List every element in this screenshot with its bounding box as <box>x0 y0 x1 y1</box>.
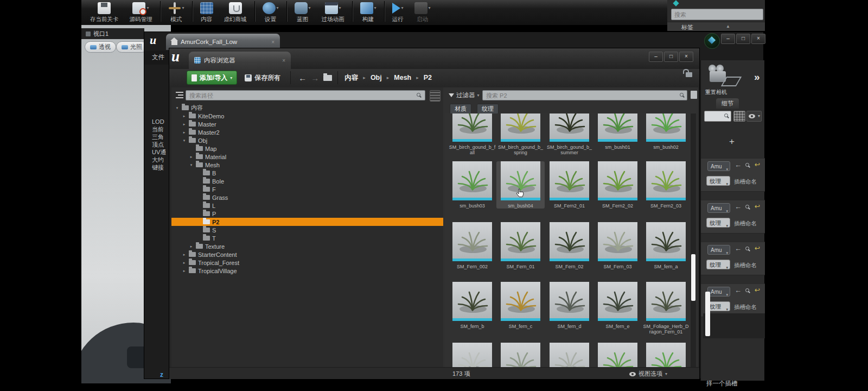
expander-icon[interactable]: ▸ <box>182 122 187 127</box>
tree-item-master[interactable]: ▸Master <box>171 120 443 128</box>
details-search-input[interactable] <box>704 111 731 122</box>
material-select[interactable]: Amu▾ <box>707 203 730 213</box>
material-select[interactable]: Amu▾ <box>707 287 730 297</box>
browse-icon[interactable] <box>745 163 750 167</box>
expander-icon[interactable]: ▸ <box>182 114 187 118</box>
filter-chip-纹理[interactable]: 纹理 <box>477 104 499 114</box>
slot-type-select[interactable]: 纹理▾ <box>706 260 730 269</box>
asset-SM_fern_b[interactable]: SM_fern_b <box>448 282 496 329</box>
material-select[interactable]: Amu▾ <box>707 161 730 171</box>
asset-SM_birch_gound_b_summer[interactable]: SM_birch_gound_b_summer <box>545 113 593 155</box>
assign-arrow-icon[interactable]: ← <box>735 244 742 253</box>
toolbar-item-settings[interactable]: ▾设置 <box>257 0 284 23</box>
add-slot-button[interactable]: + <box>729 136 735 147</box>
expander-icon[interactable]: ▾ <box>189 163 194 167</box>
tree-item-map[interactable]: Map <box>171 144 443 153</box>
reset-camera-button[interactable] <box>707 64 741 87</box>
toolbar-item-content[interactable]: 内容 <box>195 0 219 23</box>
asset-sm_bush02[interactable]: sm_bush02 <box>642 113 690 150</box>
assign-arrow-icon[interactable]: ← <box>735 286 742 294</box>
asset-SM_Fern2_01[interactable]: SM_Fern2_01 <box>545 161 593 209</box>
tree-item-tropicalvillage[interactable]: ▸TropicalVillage <box>171 267 443 275</box>
asset-scrollbar-thumb[interactable] <box>691 254 695 301</box>
save-all-button[interactable]: 保存所有 <box>245 73 280 83</box>
tag-search-input[interactable] <box>671 9 763 20</box>
toolbar-item-save-level[interactable]: 存当前关卡 <box>85 0 124 23</box>
visibility-filter-button[interactable]: ▾ <box>746 111 762 122</box>
assign-arrow-icon[interactable]: ← <box>735 203 742 211</box>
asset-sm_bush03[interactable]: sm_bush03 <box>448 161 496 209</box>
expander-icon[interactable]: ▾ <box>175 106 180 110</box>
expander-icon[interactable]: ▾ <box>182 138 187 143</box>
path-search-input[interactable] <box>186 90 425 100</box>
asset-SM_Fern_02[interactable]: SM_Fern_02 <box>545 222 593 269</box>
grid-view-button[interactable] <box>733 111 745 122</box>
toolbar-overflow-chevron-icon[interactable]: » <box>754 71 760 83</box>
breadcrumb-obj[interactable]: Obj <box>371 74 382 81</box>
browse-icon[interactable] <box>745 205 750 209</box>
tree-item-startercontent[interactable]: ▸StarterContent <box>171 250 443 258</box>
list-view-button[interactable] <box>430 90 441 102</box>
asset-SM_fern_c[interactable]: SM_fern_c <box>496 282 545 329</box>
asset-partial[interactable] <box>496 343 545 367</box>
breadcrumb-mesh[interactable]: Mesh <box>394 74 411 81</box>
expander-icon[interactable]: ▸ <box>182 253 187 257</box>
close-button[interactable]: × <box>751 34 765 44</box>
asset-SM_Fern_01[interactable]: SM_Fern_01 <box>496 222 545 269</box>
asset-SM_Fern2_03[interactable]: SM_Fern2_03 <box>642 161 690 209</box>
tab-close-icon[interactable]: × <box>271 39 275 45</box>
lit-mode-button[interactable]: 光照 <box>116 41 148 53</box>
tree-item-bole[interactable]: Bole <box>171 177 443 185</box>
chevron-down-icon[interactable]: ▾ <box>309 6 311 10</box>
toolbar-item-modes[interactable]: ▾模式 <box>163 0 190 23</box>
reset-icon[interactable]: ↩ <box>755 286 760 294</box>
asset-SM_fern_d[interactable]: SM_fern_d <box>545 282 593 329</box>
content-browser-tab[interactable]: 内容浏览器 × <box>189 52 291 69</box>
expander-icon[interactable]: ▸ <box>189 155 194 159</box>
asset-SM_Fern2_02[interactable]: SM_Fern2_02 <box>593 161 642 209</box>
details-tab[interactable]: 细节 <box>716 98 739 109</box>
asset-sm_bush01[interactable]: sm_bush01 <box>593 113 642 150</box>
viewport-tab[interactable]: 视口1 <box>81 28 144 39</box>
perspective-button[interactable]: 透视 <box>85 41 116 53</box>
filter-chip-材质[interactable]: 材质 <box>450 104 471 114</box>
minimize-button[interactable]: – <box>649 52 663 62</box>
expander-icon[interactable]: ▸ <box>182 130 187 135</box>
tree-item-material[interactable]: ▸Material <box>171 153 443 161</box>
expander-icon[interactable]: ▸ <box>182 261 187 265</box>
sources-toggle-icon[interactable] <box>174 92 183 99</box>
tree-item-s[interactable]: S <box>171 226 443 234</box>
tree-item-f[interactable]: F <box>171 185 443 193</box>
toolbar-item-marketplace[interactable]: 虚幻商城 <box>219 0 252 23</box>
minimize-button[interactable]: – <box>721 34 735 44</box>
asset-search-input[interactable] <box>482 90 687 100</box>
asset-SM_fern_e[interactable]: SM_fern_e <box>593 282 642 329</box>
chevron-down-icon[interactable]: ▾ <box>182 6 184 10</box>
asset-sm_bush04[interactable]: sm_bush04 <box>496 161 545 209</box>
slot-type-select[interactable]: 纹理▾ <box>706 218 730 228</box>
chevron-down-icon[interactable]: ▾ <box>339 6 341 10</box>
breadcrumb-内容[interactable]: 内容 <box>344 73 358 83</box>
menu-file[interactable]: 文件 <box>152 53 164 61</box>
forward-arrow-button[interactable]: → <box>311 73 319 83</box>
tree-item-texture[interactable]: ▸Texture <box>171 242 443 250</box>
asset-partial[interactable] <box>593 343 642 367</box>
tree-item-master2[interactable]: ▸Master2 <box>171 128 443 136</box>
browse-icon[interactable] <box>745 288 750 293</box>
close-button[interactable]: × <box>679 52 693 62</box>
add-import-button[interactable]: 添加/导入 ▾ <box>187 71 237 85</box>
asset-SM_birch_gound_b_spring[interactable]: SM_birch_gound_b_spring <box>496 113 545 155</box>
toolbar-item-cinematics[interactable]: ▾过场动画 <box>316 0 350 23</box>
material-select[interactable]: Amu▾ <box>707 245 730 255</box>
tree-item-内容[interactable]: ▾内容 <box>171 104 443 112</box>
chevron-down-icon[interactable]: ▾ <box>401 6 404 10</box>
tree-item-p[interactable]: P <box>171 210 443 218</box>
toolbar-item-blueprints[interactable]: ▾蓝图 <box>289 0 316 23</box>
expander-icon[interactable]: ▸ <box>189 244 194 249</box>
asset-SM_birch_gound_b_fall[interactable]: SM_birch_gound_b_fall <box>448 113 496 155</box>
maximize-button[interactable]: □ <box>664 52 678 62</box>
reset-icon[interactable]: ↩ <box>755 244 760 252</box>
toolbar-item-source-control[interactable]: ▾源码管理 <box>124 0 158 23</box>
tree-item-l[interactable]: L <box>171 201 443 210</box>
chevron-down-icon[interactable]: ▾ <box>374 6 376 10</box>
